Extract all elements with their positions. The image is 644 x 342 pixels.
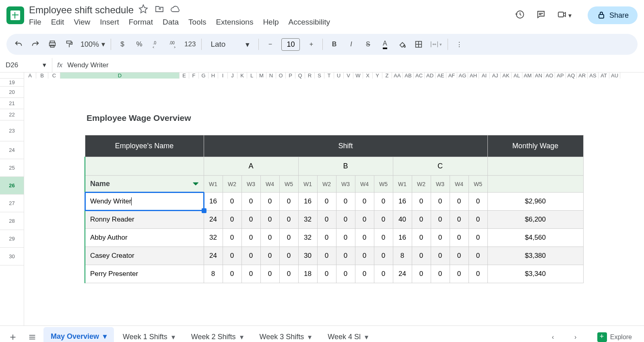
shift-value[interactable]: 0: [374, 193, 393, 211]
sheet-tab[interactable]: Week 1 Shifts▾: [116, 327, 182, 342]
column-header-AP[interactable]: AP: [555, 73, 566, 79]
menu-file[interactable]: File: [29, 18, 41, 27]
shift-value[interactable]: 0: [317, 193, 336, 211]
shift-value[interactable]: 0: [336, 211, 355, 229]
shift-value[interactable]: 0: [242, 211, 260, 229]
column-header-AE[interactable]: AE: [436, 73, 446, 79]
column-header-K[interactable]: K: [237, 73, 247, 79]
tabs-prev-button[interactable]: ‹: [545, 329, 561, 342]
shift-value[interactable]: 0: [450, 265, 469, 283]
shift-value[interactable]: 0: [260, 247, 279, 265]
column-header-S[interactable]: S: [315, 73, 324, 79]
menu-format[interactable]: Format: [129, 18, 153, 27]
column-header-AC[interactable]: AC: [414, 73, 425, 79]
column-header-R[interactable]: R: [305, 73, 315, 79]
shift-value[interactable]: 32: [298, 211, 317, 229]
strikethrough-button[interactable]: S: [362, 37, 374, 52]
menu-view[interactable]: View: [74, 18, 90, 27]
shift-value[interactable]: 0: [279, 193, 298, 211]
shift-value[interactable]: 16: [298, 193, 317, 211]
employee-name-cell[interactable]: Ronny Reader: [85, 211, 204, 229]
fill-color-button[interactable]: [396, 37, 407, 52]
shift-value[interactable]: 0: [279, 265, 298, 283]
chevron-down-icon[interactable]: ▾: [171, 333, 175, 342]
shift-value[interactable]: 0: [260, 229, 279, 247]
column-header-AR[interactable]: AR: [577, 73, 588, 79]
column-header-H[interactable]: H: [208, 73, 218, 79]
column-header-O[interactable]: O: [276, 73, 286, 79]
column-header-B[interactable]: B: [36, 73, 48, 79]
shift-value[interactable]: 0: [412, 247, 431, 265]
shift-value[interactable]: 0: [260, 211, 279, 229]
shift-value[interactable]: 0: [412, 265, 431, 283]
shift-value[interactable]: 32: [298, 229, 317, 247]
shift-value[interactable]: 0: [317, 265, 336, 283]
column-header-T[interactable]: T: [324, 73, 334, 79]
text-color-button[interactable]: A: [379, 37, 390, 52]
sheet-tab[interactable]: May Overview▾: [43, 327, 114, 342]
wage-cell[interactable]: $6,200: [487, 211, 583, 229]
shift-value[interactable]: 32: [204, 229, 223, 247]
shift-value[interactable]: 0: [242, 229, 260, 247]
column-header-AG[interactable]: AG: [457, 73, 468, 79]
shift-value[interactable]: 0: [450, 247, 469, 265]
explore-button[interactable]: Explore: [590, 332, 639, 342]
chevron-down-icon[interactable]: ▾: [308, 333, 312, 342]
shift-value[interactable]: 0: [469, 265, 487, 283]
column-header-P[interactable]: P: [286, 73, 295, 79]
meet-icon[interactable]: [557, 10, 567, 21]
shift-value[interactable]: 16: [393, 229, 412, 247]
column-header-AT[interactable]: AT: [599, 73, 609, 79]
redo-button[interactable]: [30, 37, 41, 52]
shift-value[interactable]: 0: [279, 247, 298, 265]
all-sheets-button[interactable]: [24, 329, 40, 342]
document-title[interactable]: Employee shift schedule: [29, 4, 134, 16]
row-header-23[interactable]: 23: [0, 120, 24, 141]
wage-cell[interactable]: $2,960: [487, 193, 583, 211]
chevron-down-icon[interactable]: ▾: [568, 12, 572, 19]
row-header-26[interactable]: 26: [0, 177, 24, 195]
decrease-font-button[interactable]: −: [264, 37, 276, 52]
column-header-AU[interactable]: AU: [609, 73, 620, 79]
wage-cell[interactable]: $3,380: [487, 247, 583, 265]
column-header-Y[interactable]: Y: [373, 73, 382, 79]
shift-value[interactable]: 0: [469, 193, 487, 211]
shift-value[interactable]: 0: [412, 211, 431, 229]
employee-name-cell[interactable]: Abby Author: [85, 229, 204, 247]
shift-value[interactable]: 0: [242, 193, 260, 211]
add-sheet-button[interactable]: [5, 329, 21, 342]
shift-value[interactable]: 18: [298, 265, 317, 283]
menu-extensions[interactable]: Extensions: [216, 18, 253, 27]
font-size-input[interactable]: 10: [281, 38, 300, 51]
shift-value[interactable]: 0: [374, 265, 393, 283]
menu-tools[interactable]: Tools: [188, 18, 206, 27]
shift-value[interactable]: 0: [242, 247, 260, 265]
zoom-dropdown[interactable]: 100%▾: [80, 40, 105, 49]
chevron-down-icon[interactable]: ▾: [365, 333, 368, 342]
row-header-22[interactable]: 22: [0, 109, 24, 120]
shift-value[interactable]: 0: [374, 229, 393, 247]
percent-button[interactable]: %: [134, 37, 145, 52]
column-header-M[interactable]: M: [257, 73, 266, 79]
shift-value[interactable]: 0: [223, 193, 242, 211]
paint-format-button[interactable]: [64, 37, 75, 52]
bold-button[interactable]: B: [328, 37, 340, 52]
column-header-AO[interactable]: AO: [544, 73, 555, 79]
shift-value[interactable]: 0: [223, 265, 242, 283]
shift-value[interactable]: 0: [469, 247, 487, 265]
column-header-AD[interactable]: AD: [425, 73, 436, 79]
column-header-AK[interactable]: AK: [501, 73, 512, 79]
shift-value[interactable]: 0: [374, 247, 393, 265]
formula-input[interactable]: Wendy Writer: [67, 61, 108, 69]
name-box[interactable]: D26▾: [0, 58, 52, 72]
shift-value[interactable]: 0: [317, 229, 336, 247]
column-header-AN[interactable]: AN: [533, 73, 544, 79]
shift-value[interactable]: 0: [260, 265, 279, 283]
italic-button[interactable]: I: [345, 37, 357, 52]
employee-name-cell[interactable]: Wendy Writer: [85, 193, 204, 211]
number-format-button[interactable]: 123: [184, 37, 196, 52]
row-header-21[interactable]: 21: [0, 98, 24, 109]
column-header-V[interactable]: V: [344, 73, 353, 79]
shift-value[interactable]: 8: [393, 247, 412, 265]
shift-value[interactable]: 0: [223, 229, 242, 247]
